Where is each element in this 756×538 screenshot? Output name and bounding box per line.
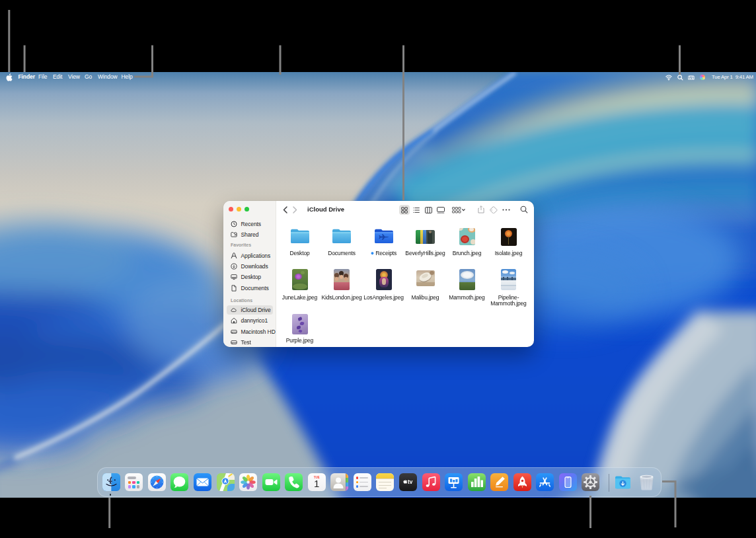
svg-text:tv: tv: [408, 479, 413, 485]
